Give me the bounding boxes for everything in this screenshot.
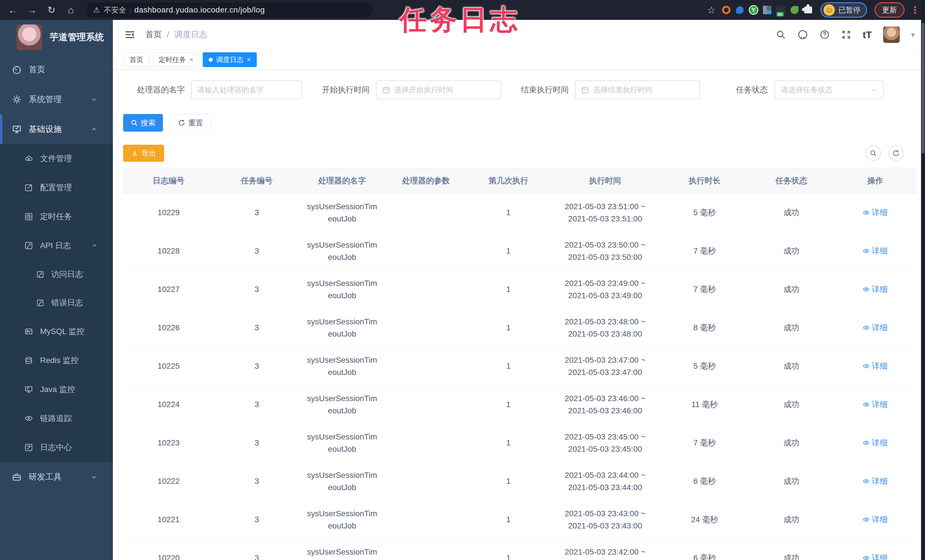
chevron-up-icon [91, 242, 98, 249]
sidebar-item-redis-monitor[interactable]: Redis 监控 [0, 346, 113, 375]
cell-exec-count: 1 [467, 424, 550, 462]
detail-link[interactable]: 详细 [863, 513, 888, 525]
detail-link[interactable]: 详细 [863, 206, 888, 218]
detail-link[interactable]: 详细 [863, 322, 888, 334]
detail-link[interactable]: 详细 [863, 283, 888, 295]
profile-status-label: 已暂停 [838, 5, 860, 15]
collapse-menu-icon[interactable] [124, 29, 136, 41]
user-menu-caret-icon[interactable]: ▾ [911, 30, 915, 39]
sidebar-item-api-log[interactable]: API 日志 [0, 231, 113, 260]
sidebar-item-mysql-monitor[interactable]: MySQL 监控 [0, 317, 113, 346]
font-size-icon[interactable]: tT [863, 29, 872, 41]
bookmark-star-icon[interactable]: ☆ [707, 4, 716, 16]
cell-handler-name: sysUserSessionTimeoutJob [300, 309, 385, 347]
address-bar[interactable]: ⚠ 不安全 dashboard.yudao.iocoder.cn/job/log [86, 3, 373, 17]
detail-link[interactable]: 详细 [863, 475, 888, 487]
job-status-select[interactable]: 请选择任务状态 [774, 80, 884, 99]
cell-exec-time: 2021-05-03 23:50:00 ~2021-05-03 23:50:00 [550, 232, 661, 270]
sidebar-item-label: MySQL 监控 [40, 326, 84, 337]
sidebar-item-label: API 日志 [40, 240, 71, 251]
browser-forward-icon[interactable]: → [24, 3, 41, 17]
end-time-picker[interactable]: 选择结束执行时间 [575, 80, 700, 99]
sidebar-item-config-management[interactable]: 配置管理 [0, 173, 113, 202]
column-header: 处理器的参数 [385, 168, 467, 193]
sidebar-item-infrastructure[interactable]: 基础设施 [0, 114, 113, 144]
fullscreen-icon[interactable] [841, 30, 851, 40]
scrollbar-thumb[interactable] [922, 23, 924, 154]
log-center-icon [24, 443, 33, 452]
user-avatar[interactable] [883, 26, 900, 43]
github-icon[interactable] [797, 29, 808, 40]
cloud-upload-icon [24, 154, 33, 163]
search-actions: 搜索 重置 [123, 114, 916, 132]
refresh-table-button[interactable] [888, 146, 904, 161]
cell-duration: 5 毫秒 [661, 194, 749, 232]
toggle-search-button[interactable] [866, 146, 881, 161]
extension-icon-ring[interactable] [721, 5, 732, 15]
sidebar-item-system[interactable]: 系统管理 [0, 84, 113, 114]
extensions-puzzle-icon[interactable] [803, 5, 814, 15]
breadcrumb-home[interactable]: 首页 [145, 29, 162, 41]
tag-scheduled-jobs[interactable]: 定时任务 × [153, 52, 199, 67]
cell-actions: 详细 [834, 539, 916, 560]
tag-label: 首页 [130, 55, 143, 64]
dashboard-icon [12, 65, 22, 74]
app-logo-row[interactable]: 芋道管理系统 [0, 20, 113, 54]
sidebar-item-dev-tools[interactable]: 研发工具 [0, 462, 113, 492]
browser-reload-icon[interactable]: ↻ [43, 3, 60, 17]
extension-icon-y[interactable]: Y [748, 5, 759, 15]
search-icon[interactable] [776, 30, 786, 40]
detail-link[interactable]: 详细 [863, 437, 888, 449]
cell-log-id: 10227 [123, 270, 214, 309]
sidebar-item-trace[interactable]: 链路追踪 [0, 404, 113, 433]
browser-menu-icon[interactable]: ⋮ [910, 4, 920, 16]
cell-exec-time: 2021-05-03 23:47:00 ~2021-05-03 23:47:00 [550, 347, 661, 385]
sidebar-item-java-monitor[interactable]: Java 监控 [0, 375, 113, 404]
cell-duration: 7 毫秒 [661, 270, 749, 309]
sidebar-item-scheduled-jobs[interactable]: 定时任务 [0, 202, 113, 231]
cell-duration: 5 毫秒 [661, 347, 749, 385]
cell-handler-name: sysUserSessionTimeoutJob [300, 194, 385, 232]
filter-label-start-time: 开始执行时间 [321, 84, 370, 95]
extension-icon-grid[interactable] [762, 5, 773, 15]
detail-link[interactable]: 详细 [863, 552, 888, 560]
browser-profile-chip[interactable]: ☺ 已暂停 [820, 2, 867, 18]
cell-task-id: 3 [214, 539, 300, 560]
start-time-picker[interactable]: 选择开始执行时间 [376, 80, 501, 99]
job-log-table: 日志编号 任务编号 处理器的名字 处理器的参数 第几次执行 执行时间 执行时长 … [123, 168, 916, 560]
extension-icon-on[interactable]: on [776, 5, 786, 15]
column-header: 日志编号 [123, 168, 214, 193]
tag-close-icon[interactable]: × [189, 56, 193, 64]
detail-link[interactable]: 详细 [863, 245, 888, 257]
detail-link[interactable]: 详细 [863, 360, 888, 372]
sidebar-item-file-management[interactable]: 文件管理 [0, 144, 113, 173]
eye-icon [863, 440, 869, 446]
tag-job-log-active[interactable]: 调度日志 × [203, 52, 257, 67]
cell-handler-param [385, 309, 467, 347]
page-scrollbar[interactable] [921, 0, 925, 560]
gear-icon [12, 95, 22, 104]
reset-button[interactable]: 重置 [170, 114, 211, 132]
filter-label-end-time: 结束执行时间 [520, 84, 569, 95]
sidebar-item-log-center[interactable]: 日志中心 [0, 433, 113, 462]
tag-home[interactable]: 首页 [124, 52, 149, 67]
extension-icon-drop[interactable] [735, 5, 745, 15]
input-placeholder: 请输入处理器的名字 [197, 85, 264, 95]
sidebar-item-access-log[interactable]: 访问日志 [0, 260, 113, 289]
detail-link[interactable]: 详细 [863, 398, 888, 411]
browser-back-icon[interactable]: ← [5, 3, 21, 17]
browser-update-button[interactable]: 更新 [874, 2, 904, 18]
browser-home-icon[interactable]: ⌂ [63, 3, 79, 17]
search-button[interactable]: 搜索 [123, 114, 163, 132]
export-button[interactable]: 导出 [123, 145, 164, 162]
help-icon[interactable] [820, 30, 830, 40]
sidebar-item-label: 首页 [29, 64, 45, 75]
table-row: 10229 3 sysUserSessionTimeoutJob 1 2021-… [123, 194, 916, 232]
tag-close-icon[interactable]: × [247, 56, 251, 64]
sidebar-item-label: 配置管理 [40, 182, 72, 193]
handler-name-input[interactable]: 请输入处理器的名字 [191, 80, 302, 99]
extension-icon-leaf[interactable] [789, 5, 800, 15]
cell-log-id: 10224 [123, 385, 214, 423]
sidebar-item-home[interactable]: 首页 [0, 54, 113, 84]
sidebar-item-error-log[interactable]: 错误日志 [0, 289, 113, 317]
